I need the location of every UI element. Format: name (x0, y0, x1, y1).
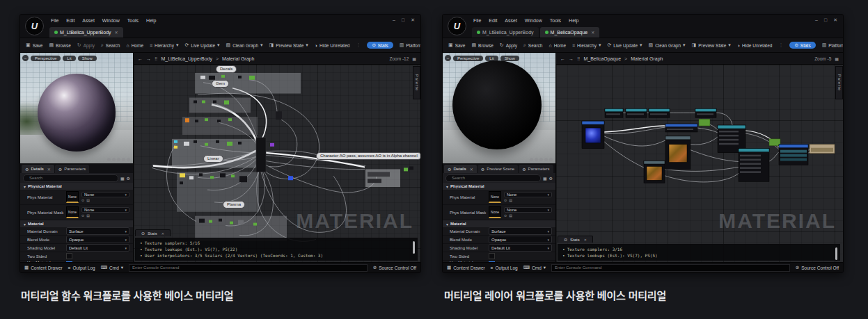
clean-graph-button[interactable]: ▧Clean Graph▾ (226, 42, 263, 48)
hierarchy-button[interactable]: ≡Hierarchy▾ (150, 42, 178, 48)
preview-viewport[interactable]: – Perspective Lit Show (443, 53, 555, 163)
blend-mode-dropdown[interactable]: Opaque▾ (489, 236, 552, 243)
close-icon[interactable]: ✕ (584, 238, 587, 242)
tab-close-icon[interactable]: ✕ (47, 167, 51, 172)
viewport-options-icon[interactable]: – (22, 55, 29, 61)
browse-to-asset-icon[interactable]: ▤ (509, 198, 512, 202)
menu-window[interactable]: Window (102, 18, 120, 23)
platform-stats-button[interactable]: ▥Platform Stats (822, 42, 844, 48)
menu-asset[interactable]: Asset (82, 18, 95, 23)
tab-preview-scene[interactable]: ⚙Preview Scene (478, 165, 518, 173)
back-icon[interactable]: ← (138, 56, 143, 61)
stats-scrollbar[interactable] (413, 241, 415, 254)
console-command-input[interactable] (551, 264, 790, 272)
search-button[interactable]: ⌕Search (523, 42, 543, 48)
save-settings-icon[interactable]: ▦ (543, 176, 547, 181)
material-domain-dropdown[interactable]: Surface▾ (66, 227, 129, 235)
shading-model-dropdown[interactable]: Default Lit▾ (489, 244, 552, 252)
console-command-input[interactable] (129, 264, 368, 272)
source-control-status[interactable]: ⊘Source Control Off (373, 265, 416, 270)
viewport-tool-icons[interactable] (107, 158, 130, 161)
source-control-status[interactable]: ⊘Source Control Off (796, 265, 839, 270)
breadcrumb-section[interactable]: Material Graph (222, 56, 254, 61)
content-drawer-button[interactable]: ▦Content Drawer (24, 265, 63, 270)
phys-material-mask-dropdown[interactable]: None▾ (504, 207, 552, 213)
back-icon[interactable]: ← (560, 56, 565, 61)
gear-icon[interactable]: ⚙ (549, 176, 553, 181)
asset-thumbnail[interactable]: None (489, 206, 501, 218)
menu-edit[interactable]: Edit (66, 18, 74, 23)
save-button[interactable]: ▣Save (448, 42, 465, 48)
show-pill[interactable]: Show (500, 56, 519, 61)
use-selected-icon[interactable]: ⊙ (81, 213, 84, 218)
platform-stats-button[interactable]: ▥Platform Stats (400, 42, 421, 48)
shading-model-dropdown[interactable]: Default Lit▾ (66, 244, 129, 252)
browse-to-asset-icon[interactable]: ▤ (509, 213, 512, 218)
hierarchy-button[interactable]: ≡Hierarchy▾ (572, 42, 601, 48)
tab-asset-inactive[interactable]: M_LtBelica_UpperBody (472, 27, 539, 38)
palette-side-tab[interactable]: Palette (835, 66, 843, 99)
material-graph-canvas[interactable]: Decals Gem Linear Plasma Character AO pa… (134, 65, 420, 262)
preview-state-button[interactable]: ◨Preview State▾ (692, 42, 731, 48)
asset-thumbnail[interactable]: None (66, 206, 79, 218)
menu-edit[interactable]: Edit (489, 18, 497, 23)
close-icon[interactable]: ✕ (161, 231, 164, 236)
tab-close-icon[interactable]: ✕ (591, 30, 594, 35)
clean-graph-button[interactable]: ▧Clean Graph▾ (649, 42, 686, 48)
show-pill[interactable]: Show (78, 56, 97, 61)
menu-asset[interactable]: Asset (505, 18, 517, 23)
menu-file[interactable]: File (473, 18, 481, 23)
use-selected-icon[interactable]: ⊙ (504, 198, 507, 202)
menu-help[interactable]: Help (569, 18, 578, 23)
use-selected-icon[interactable]: ⊙ (81, 198, 84, 202)
stats-button[interactable]: ⊙Stats (367, 42, 393, 49)
maximize-icon[interactable]: □ (402, 17, 404, 23)
cmd-dropdown[interactable]: ⌨Cmd▾ (523, 265, 546, 270)
home-button[interactable]: ⌂Home (549, 43, 566, 48)
two-sided-checkbox[interactable] (489, 253, 495, 259)
section-material[interactable]: ▾Material (443, 220, 555, 227)
viewport-tool-icons[interactable] (530, 158, 553, 161)
details-search-input[interactable] (445, 174, 541, 182)
tab-details[interactable]: ⚙Details✕ (22, 165, 54, 173)
output-log-button[interactable]: ≡Output Log (68, 265, 95, 270)
breadcrumb-asset[interactable]: M_LtBelica_UpperBody (161, 56, 212, 61)
close-icon[interactable]: ✕ (411, 17, 415, 23)
material-domain-dropdown[interactable]: Surface▾ (489, 227, 552, 235)
tab-asset-active[interactable]: M_BelicaOpaque ✕ (540, 27, 600, 38)
minimize-icon[interactable]: – (393, 17, 395, 23)
apply-button[interactable]: ↻Apply (500, 42, 517, 48)
breadcrumb-asset[interactable]: M_BelicaOpaque (583, 56, 621, 61)
tab-asset[interactable]: M_LtBelica_UpperBody ✕ (49, 27, 123, 38)
tab-parameters[interactable]: ⚙Parameters (55, 165, 89, 173)
palette-side-tab[interactable]: Palette (413, 66, 420, 99)
minimize-icon[interactable]: – (815, 17, 818, 23)
details-search-input[interactable] (23, 174, 118, 182)
save-settings-icon[interactable]: ▦ (120, 176, 125, 181)
use-selected-icon[interactable]: ⊙ (504, 213, 507, 218)
browse-to-asset-icon[interactable]: ▤ (86, 213, 90, 218)
blend-mode-dropdown[interactable]: Opaque▾ (66, 236, 129, 243)
forward-icon[interactable]: → (569, 56, 574, 61)
breadcrumb-section[interactable]: Material Graph (631, 56, 663, 61)
viewport-options-icon[interactable]: – (445, 55, 451, 61)
gear-icon[interactable]: ⚙ (127, 176, 130, 181)
hide-unrelated-button[interactable]: ◑Hide Unrelated (315, 43, 350, 48)
tab-details[interactable]: ⚙Details✕ (444, 165, 477, 173)
phys-material-dropdown[interactable]: None▾ (81, 192, 129, 197)
browse-button[interactable]: ▤Browse (471, 42, 493, 48)
close-icon[interactable]: ✕ (833, 17, 837, 23)
graph-settings-icon[interactable]: ▦ (412, 56, 416, 61)
section-material[interactable]: ▾Material (20, 220, 133, 227)
tab-parameters[interactable]: ⚙Parameters (519, 165, 553, 173)
menu-help[interactable]: Help (146, 18, 156, 23)
maximize-icon[interactable]: □ (824, 17, 827, 23)
menu-window[interactable]: Window (525, 18, 542, 23)
asset-thumbnail[interactable]: None (66, 191, 79, 203)
perspective-pill[interactable]: Perspective (453, 56, 483, 61)
stats-scrollbar[interactable] (835, 247, 837, 260)
live-update-button[interactable]: ⟳Live Update▾ (607, 42, 642, 48)
menu-tools[interactable]: Tools (127, 18, 139, 23)
stats-overlay-tab[interactable]: ⊙Stats✕ (558, 236, 593, 243)
tab-close-icon[interactable]: ✕ (470, 167, 473, 172)
